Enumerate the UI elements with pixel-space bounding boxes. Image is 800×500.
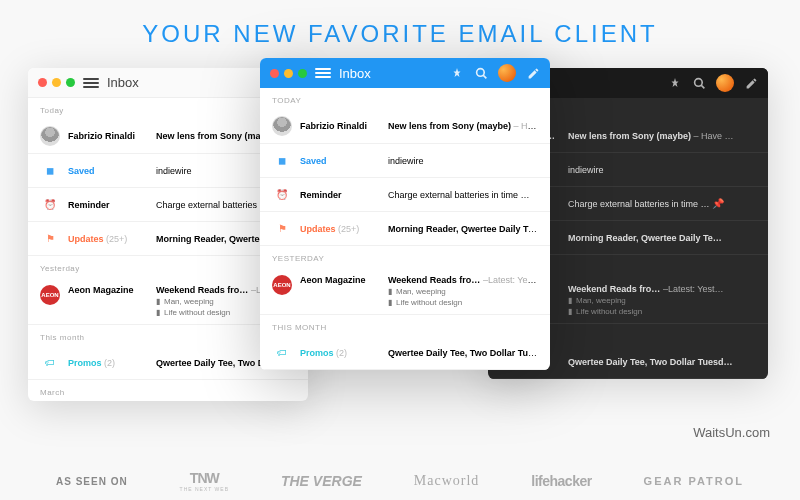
sender: Promos (2) xyxy=(68,358,148,368)
mail-row[interactable]: ◼ Saved indiewire xyxy=(260,144,550,178)
flag-icon: ⚑ xyxy=(272,222,292,236)
reminder-icon: ⏰ xyxy=(272,188,292,202)
svg-point-2 xyxy=(694,78,702,86)
window-controls[interactable] xyxy=(38,78,75,87)
sender: Updates (25+) xyxy=(300,224,380,234)
subject: Morning Reader, Qwertee Daily Te… xyxy=(388,224,538,234)
close-icon[interactable] xyxy=(270,69,279,78)
window-title: Inbox xyxy=(107,75,252,90)
avatar-icon xyxy=(272,116,292,136)
attachment: ▮Life without design xyxy=(388,298,538,307)
avatar-icon xyxy=(40,126,60,146)
subject: indiewire xyxy=(568,165,756,175)
aeon-logo-icon: AEON xyxy=(272,275,292,295)
subject: New lens from Sony (maybe) – Have … xyxy=(388,121,538,131)
windows-group: Inbox Today Fabrizio Rinaldi New lens fr… xyxy=(0,58,800,438)
subject: Weekend Reads fro… –Latest: Yest… ▮Man, … xyxy=(568,284,756,316)
tag-icon: 🏷 xyxy=(272,346,292,360)
mail-row[interactable]: ⏰ Reminder Charge external batteries in … xyxy=(260,178,550,212)
sender: Reminder xyxy=(68,200,148,210)
subject: Morning Reader, Qwertee Daily Te… xyxy=(568,233,756,243)
zoom-icon[interactable] xyxy=(298,69,307,78)
attachment: ▮Man, weeping xyxy=(568,296,756,305)
pin-icon: 📌 xyxy=(532,189,538,200)
flag-icon: ⚑ xyxy=(40,232,60,246)
user-avatar[interactable] xyxy=(498,64,516,82)
minimize-icon[interactable] xyxy=(52,78,61,87)
headline: YOUR NEW FAVORITE EMAIL CLIENT xyxy=(0,0,800,48)
search-icon[interactable] xyxy=(692,76,706,90)
sender: Aeon Magazine xyxy=(68,285,148,295)
bookmark-icon: ▮ xyxy=(568,307,572,316)
sender: Aeon Magazine xyxy=(300,275,380,285)
section-march: March xyxy=(28,380,308,401)
bookmark-icon: ▮ xyxy=(388,287,392,296)
pin-icon[interactable] xyxy=(668,76,682,90)
search-icon[interactable] xyxy=(474,66,488,80)
attachment: ▮Life without design xyxy=(568,307,756,316)
aeon-logo-icon: AEON xyxy=(40,285,60,305)
pin-icon: 📌 xyxy=(712,198,724,209)
attachment: ▮Man, weeping xyxy=(388,287,538,296)
bookmark-icon: ▮ xyxy=(568,296,572,305)
press-logos: AS SEEN ON TNW THE NEXT WEB THE VERGE Ma… xyxy=(0,470,800,492)
user-avatar[interactable] xyxy=(716,74,734,92)
subject: Weekend Reads fro… –Latest: Yest… ▮Man, … xyxy=(388,275,538,307)
compose-icon[interactable] xyxy=(526,66,540,80)
mail-row[interactable]: Fabrizio Rinaldi New lens from Sony (may… xyxy=(260,109,550,144)
logo-lifehacker: lifehacker xyxy=(531,473,591,489)
zoom-icon[interactable] xyxy=(66,78,75,87)
compose-icon[interactable] xyxy=(744,76,758,90)
subject: Qwertee Daily Tee, Two Dollar Tuesd… xyxy=(568,357,756,367)
bookmark-icon: ▮ xyxy=(388,298,392,307)
bookmark-icon: ▮ xyxy=(156,308,160,317)
sender: Promos (2) xyxy=(300,348,380,358)
svg-point-1 xyxy=(476,68,484,76)
window-controls[interactable] xyxy=(270,69,307,78)
window-blue: Inbox TODAY Fabrizio Rinaldi New lens fr… xyxy=(260,58,550,370)
bookmark-icon: ◼ xyxy=(272,154,292,168)
mail-row[interactable]: 🏷 Promos (2) Qwertee Daily Tee, Two Doll… xyxy=(260,336,550,370)
logo-macworld: Macworld xyxy=(414,473,480,489)
sender: Fabrizio Rinaldi xyxy=(68,131,148,141)
subject: Charge external batteries in time … 📌 xyxy=(568,198,756,209)
sender: Saved xyxy=(300,156,380,166)
minimize-icon[interactable] xyxy=(284,69,293,78)
subject: New lens from Sony (maybe) – Have … xyxy=(568,131,756,141)
sender: Reminder xyxy=(300,190,380,200)
subject: Qwertee Daily Tee, Two Dollar Tuesd… xyxy=(388,348,538,358)
subject: Charge external batteries in time … 📌 xyxy=(388,189,538,200)
section-today: TODAY xyxy=(260,88,550,109)
window-title: Inbox xyxy=(339,66,442,81)
titlebar: Inbox xyxy=(260,58,550,88)
hamburger-icon[interactable] xyxy=(83,78,99,88)
reminder-icon: ⏰ xyxy=(40,198,60,212)
section-yesterday: YESTERDAY xyxy=(260,246,550,267)
pin-icon[interactable] xyxy=(450,66,464,80)
sender: Updates (25+) xyxy=(68,234,148,244)
logo-theverge: THE VERGE xyxy=(281,473,362,489)
logo-tnw: TNW THE NEXT WEB xyxy=(180,470,229,492)
as-seen-on-label: AS SEEN ON xyxy=(56,476,128,487)
logo-gearpatrol: GEAR PATROL xyxy=(644,475,744,487)
mail-row[interactable]: AEON Aeon Magazine Weekend Reads fro… –L… xyxy=(260,267,550,315)
sender: Saved xyxy=(68,166,148,176)
subject: indiewire xyxy=(388,156,538,166)
bookmark-icon: ◼ xyxy=(40,164,60,178)
watermark: WaitsUn.com xyxy=(693,425,770,440)
close-icon[interactable] xyxy=(38,78,47,87)
bookmark-icon: ▮ xyxy=(156,297,160,306)
sender: Fabrizio Rinaldi xyxy=(300,121,380,131)
section-this-month: THIS MONTH xyxy=(260,315,550,336)
hamburger-icon[interactable] xyxy=(315,68,331,78)
tag-icon: 🏷 xyxy=(40,356,60,370)
mail-row[interactable]: ⚑ Updates (25+) Morning Reader, Qwertee … xyxy=(260,212,550,246)
